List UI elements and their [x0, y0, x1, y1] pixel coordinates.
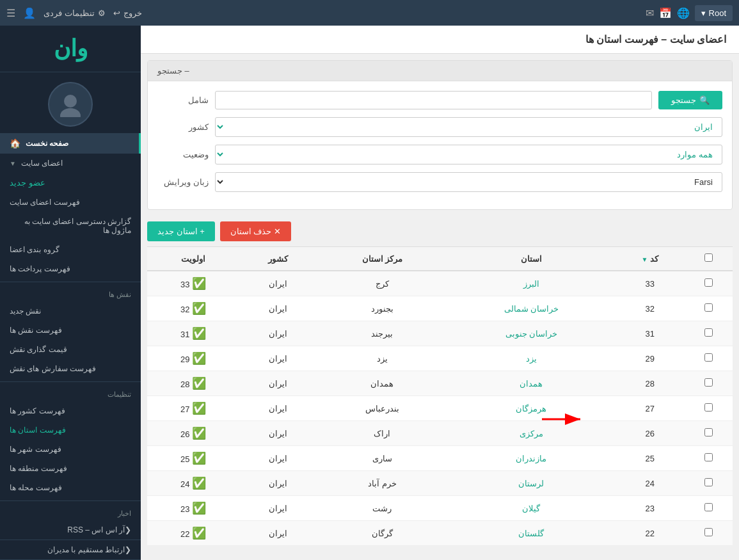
root-dropdown[interactable]: Root ▾: [695, 5, 733, 21]
status-select[interactable]: همه موارد: [215, 145, 722, 164]
row-code: 22: [615, 521, 685, 546]
province-link[interactable]: هرمزگان: [516, 404, 546, 413]
topbar-right: خروج ↩ ⚙ تنظیمات فردی 👤 ☰: [6, 7, 142, 19]
sidebar-item-countries[interactable]: فهرست کشور ها: [0, 401, 141, 420]
globe-icon[interactable]: 🌐: [677, 7, 690, 19]
row-checkbox[interactable]: [685, 496, 733, 521]
row-checkbox[interactable]: [685, 421, 733, 446]
sidebar-item-members-list[interactable]: فهرست اعضای سایت: [0, 193, 141, 212]
sidebar-item-role-pricing[interactable]: قیمت گذاری نقش: [0, 340, 141, 359]
check-icon: ✅: [192, 352, 206, 365]
province-link[interactable]: گلستان: [518, 529, 544, 538]
home-icon: 🏠: [10, 138, 20, 148]
row-province[interactable]: یزد: [448, 346, 615, 371]
main-layout: اعضای سایت – فهرست استان ها – جستجو 🔍 جس…: [0, 26, 739, 560]
row-province[interactable]: مرکزی: [448, 421, 615, 446]
row-checkbox[interactable]: [685, 521, 733, 546]
row-checkbox[interactable]: [685, 471, 733, 496]
sidebar-item-neighborhoods[interactable]: فهرست محله ها: [0, 478, 141, 497]
topbar: Root ▾ 🌐 📅 ✉ خروج ↩ ⚙ تنظیمات فردی 👤 ☰: [0, 0, 739, 26]
row-checkbox[interactable]: [685, 271, 733, 296]
sidebar-item-provinces[interactable]: فهرست استان ها: [0, 420, 141, 440]
row-province[interactable]: خراسان شمالی: [448, 296, 615, 321]
user-icon[interactable]: 👤: [23, 7, 36, 19]
personal-settings-button[interactable]: ⚙ تنظیمات فردی: [44, 8, 106, 18]
row-checkbox[interactable]: [685, 321, 733, 346]
province-link[interactable]: گیلان: [522, 504, 540, 513]
row-province[interactable]: گیلان: [448, 496, 615, 521]
table-row: 29 یزد یزد ایران ✅ 29: [147, 346, 733, 371]
row-province[interactable]: البرز: [448, 271, 615, 296]
province-link[interactable]: خراسان جنوبی: [505, 329, 558, 339]
row-checkbox[interactable]: [685, 396, 733, 421]
sidebar-item-new-member[interactable]: عضو جدید: [0, 173, 141, 193]
row-province[interactable]: همدان: [448, 371, 615, 396]
check-icon: ✅: [192, 277, 206, 290]
search-box: – جستجو 🔍 جستجو شامل ایران کش: [147, 60, 733, 210]
province-link[interactable]: البرز: [523, 279, 539, 289]
calendar-icon[interactable]: 📅: [659, 7, 672, 19]
sidebar-item-access-report[interactable]: گزارش دسترسی اعضای سایت به ماژول ها: [0, 212, 141, 240]
province-link[interactable]: خراسان شمالی: [504, 304, 559, 314]
logout-button[interactable]: خروج ↩: [113, 8, 142, 18]
table-body: 33 البرز کرج ایران ✅ 33 32 خراسان شمالی …: [147, 271, 733, 546]
sidebar-group-members[interactable]: اعضای سایت ▼: [0, 154, 141, 173]
sidebar-item-member-groups[interactable]: گروه بندی اعضا: [0, 240, 141, 259]
search-button[interactable]: 🔍 جستجو: [658, 91, 722, 109]
search-header-label: – جستجو: [157, 66, 189, 76]
province-link[interactable]: مازندران: [516, 454, 546, 463]
country-select[interactable]: ایران: [215, 117, 722, 137]
province-link[interactable]: یزد: [526, 354, 537, 364]
sidebar-item-rss[interactable]: ❮ آر اس اس – RSS: [0, 520, 141, 540]
row-priority: ✅ 31: [147, 321, 239, 346]
row-checkbox[interactable]: [685, 446, 733, 471]
select-all-checkbox[interactable]: [704, 253, 713, 262]
sidebar-item-cities[interactable]: فهرست شهر ها: [0, 440, 141, 459]
roles-section-title: نقش ها: [0, 285, 141, 301]
language-select[interactable]: Farsi: [215, 172, 722, 192]
status-label: وضعیت: [157, 150, 209, 159]
sidebar-item-contact[interactable]: ❮ ارتباط مستقیم با مدیران: [0, 540, 141, 560]
row-country: ایران: [239, 371, 317, 396]
row-checkbox[interactable]: [685, 371, 733, 396]
row-province[interactable]: مازندران: [448, 446, 615, 471]
sidebar-item-new-role[interactable]: نقش جدید: [0, 301, 141, 321]
row-province[interactable]: لرستان: [448, 471, 615, 496]
province-link[interactable]: لرستان: [518, 479, 544, 488]
col-code[interactable]: کد ▼: [615, 247, 685, 271]
countries-label: فهرست کشور ها: [10, 406, 65, 415]
col-priority: اولویت: [147, 247, 239, 271]
sidebar-item-roles-list[interactable]: فهرست نقش ها: [0, 321, 141, 340]
table-row: 22 گلستان گرگان ایران ✅ 22: [147, 521, 733, 546]
sidebar-item-payments[interactable]: فهرست پرداخت ها: [0, 259, 141, 278]
settings-label: تنظیمات فردی: [44, 8, 95, 18]
row-priority: ✅ 33: [147, 271, 239, 296]
menu-icon[interactable]: ☰: [6, 7, 15, 19]
row-center: رشت: [317, 496, 448, 521]
row-checkbox[interactable]: [685, 296, 733, 321]
row-code: 31: [615, 321, 685, 346]
row-province[interactable]: هرمزگان: [448, 396, 615, 421]
row-code: 28: [615, 371, 685, 396]
mail-icon[interactable]: ✉: [646, 7, 654, 19]
row-center: گرگان: [317, 521, 448, 546]
check-icon: ✅: [192, 302, 206, 315]
delete-province-button[interactable]: ✕ حذف استان: [220, 221, 291, 241]
row-priority: ✅ 32: [147, 296, 239, 321]
sidebar-item-role-orders[interactable]: فهرست سفارش های نقش: [0, 359, 141, 378]
divider-1: [0, 282, 141, 282]
include-input[interactable]: [215, 91, 652, 109]
root-label: Root: [709, 8, 726, 18]
members-label: اعضای سایت: [21, 159, 63, 168]
row-province[interactable]: گلستان: [448, 521, 615, 546]
row-checkbox[interactable]: [685, 346, 733, 371]
province-link[interactable]: مرکزی: [520, 429, 543, 438]
province-link[interactable]: همدان: [520, 379, 543, 388]
sidebar-item-regions[interactable]: فهرست منطقه ها: [0, 459, 141, 478]
sidebar-item-home[interactable]: صفحه نخست 🏠: [0, 133, 141, 154]
row-province[interactable]: خراسان جنوبی: [448, 321, 615, 346]
add-province-button[interactable]: + استان جدید: [147, 221, 215, 241]
divider-2: [0, 381, 141, 382]
row-center: بجنورد: [317, 296, 448, 321]
table-row: 28 همدان همدان ایران ✅ 28: [147, 371, 733, 396]
